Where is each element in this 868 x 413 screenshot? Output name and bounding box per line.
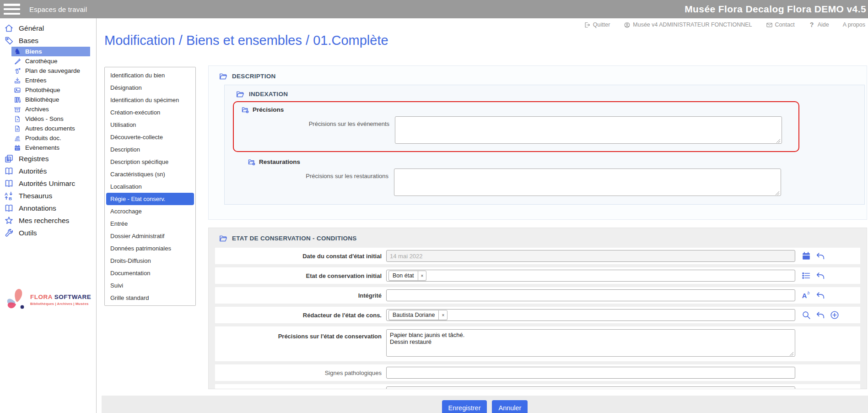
undo-icon[interactable]	[815, 290, 825, 300]
image-icon	[14, 87, 21, 94]
add-circle-icon[interactable]	[830, 310, 840, 320]
sidebar-item-carotheque[interactable]: Carothèque	[11, 56, 90, 66]
signes-row: Signes pathologiques	[215, 364, 860, 381]
utility-link-label: Quitter	[593, 22, 610, 28]
sidebar-item-plan-de-sauvegarde[interactable]: Plan de sauvegarde	[11, 66, 90, 76]
list-picker-icon[interactable]	[801, 271, 811, 281]
search-icon[interactable]	[801, 310, 811, 320]
sidebar-item-evenements[interactable]: Evènements	[11, 143, 90, 152]
book-icon	[4, 166, 14, 176]
form-nav-item-15[interactable]: Données patrimoniales	[105, 242, 195, 255]
sidebar-item-bibliotheque[interactable]: Bibliothèque	[11, 95, 90, 104]
resize-handle-icon[interactable]	[789, 352, 794, 356]
sidebar-item-label: Mes recherches	[19, 217, 69, 225]
brand-tagline: Bibliothèques | Archives | Musées	[30, 302, 91, 306]
undo-icon[interactable]	[815, 251, 825, 261]
sidebar-item-autorites[interactable]: Autorités	[0, 165, 96, 177]
redacteur-field[interactable]: Bautista Doriane ×	[386, 309, 795, 321]
sidebar-item-mes-recherches[interactable]: Mes recherches	[0, 214, 96, 227]
form-nav-item-17[interactable]: Documentation	[105, 267, 195, 279]
brand-name: FLORA SOFTWARE	[30, 293, 91, 300]
sidebar-item-bases[interactable]: Bases	[0, 34, 96, 47]
form-nav-item-14[interactable]: Dossier Administratif	[105, 230, 195, 242]
precisions-etat-textarea[interactable]: Papier blanc jaunis et tâché. Dessin res…	[386, 329, 795, 357]
sidebar-item-entrees[interactable]: Entrées	[11, 76, 90, 85]
form-nav-item-1[interactable]: Identification du bien	[105, 69, 195, 82]
sidebar-item-outils[interactable]: Outils	[0, 227, 96, 239]
conservation-panel: ETAT DE CONSERVATION - CONDITIONS Date d…	[208, 228, 867, 389]
menu-icon[interactable]	[4, 4, 20, 15]
preconisations-row: Préconisations	[215, 384, 860, 389]
sidebar-item-phototheque[interactable]: Photothèque	[11, 85, 90, 95]
form-nav-item-8[interactable]: Description spécifique	[105, 156, 195, 168]
sidebar-item-biens[interactable]: ♞Biens	[11, 47, 90, 56]
form-nav-item-3[interactable]: Identification du spécimen	[105, 94, 195, 106]
form-nav-item-2[interactable]: Désignation	[105, 82, 195, 94]
form-nav-item-9[interactable]: Caractéristiques (sn)	[105, 168, 195, 180]
sidebar-item-produits-doc[interactable]: Produits doc.	[11, 133, 90, 143]
form-nav-item-19[interactable]: Grille standard	[105, 292, 195, 304]
form-nav-item-6[interactable]: Découverte-collecte	[105, 131, 195, 143]
chip-label: Bon état	[389, 271, 418, 280]
svg-text:A: A	[5, 191, 8, 196]
sidebar-item-label: Plan de sauvegarde	[25, 67, 80, 74]
star-icon	[4, 216, 14, 225]
form-nav-item-11[interactable]: Régie - Etat conserv.	[106, 193, 194, 205]
signes-input[interactable]	[386, 367, 795, 379]
calendar-picker-icon[interactable]	[801, 251, 811, 261]
file-video-icon	[14, 115, 21, 123]
preconisations-input[interactable]	[386, 386, 795, 389]
format-text-icon[interactable]: Ab	[801, 290, 811, 300]
sidebar-item-registres[interactable]: Registres	[0, 152, 96, 165]
events-textarea[interactable]	[395, 116, 782, 144]
cancel-button[interactable]: Annuler	[492, 400, 528, 413]
form-nav-item-13[interactable]: Entrée	[105, 217, 195, 230]
save-button[interactable]: Enregistrer	[442, 400, 487, 413]
etat-initial-field[interactable]: Bon état ×	[386, 270, 795, 282]
chip-label: Bautista Doriane	[389, 310, 438, 320]
utility-link-quitter[interactable]: Quitter	[584, 22, 610, 28]
sidebar-item-archives[interactable]: Archives	[11, 104, 90, 114]
sidebar-item-videos-sons[interactable]: Vidéos - Sons	[11, 114, 90, 124]
date-constat-input[interactable]	[386, 250, 795, 262]
precisions-group-header: Précisions	[234, 104, 798, 115]
utility-link-a-propos[interactable]: A propos	[843, 22, 865, 28]
sidebar-item-autorites-unimarc[interactable]: Autorités Unimarc	[0, 177, 96, 190]
sidebar: GénéralBases♞BiensCarothèquePlan de sauv…	[0, 18, 97, 413]
integrite-input[interactable]	[386, 289, 795, 301]
form-nav-item-10[interactable]: Localisation	[105, 180, 195, 193]
resize-handle-icon[interactable]	[776, 139, 781, 143]
form-nav-item-12[interactable]: Accrochage	[105, 205, 195, 217]
sidebar-item-thesaurus[interactable]: ABThesaurus	[0, 190, 96, 202]
chip-remove-icon[interactable]: ×	[418, 271, 426, 280]
sidebar-item-label: Outils	[19, 229, 37, 237]
form-nav-item-16[interactable]: Droits-Diffusion	[105, 255, 195, 267]
mail-icon	[766, 22, 773, 28]
chip-remove-icon[interactable]: ×	[438, 310, 447, 320]
sidebar-item-annotations[interactable]: Annotations	[0, 202, 96, 214]
sidebar-item-general[interactable]: Général	[0, 22, 96, 34]
form-nav-item-5[interactable]: Utilisation	[105, 119, 195, 131]
utility-link-aide[interactable]: ?Aide	[809, 22, 829, 28]
form-nav-item-4[interactable]: Création-exécution	[105, 106, 195, 119]
sidebar-item-label: Evènements	[25, 144, 59, 151]
folder-badge-icon	[248, 158, 255, 166]
utility-link-label: A propos	[843, 22, 865, 28]
sidebar-item-autres-documents[interactable]: Autres documents	[11, 124, 90, 133]
utility-link-user[interactable]: Musée v4 ADMINISTRATEUR FONCTIONNEL	[624, 22, 752, 28]
form-nav-item-18[interactable]: Suivi	[105, 279, 195, 292]
date-constat-label: Date du constat d'état initial	[215, 253, 386, 260]
utility-link-contact[interactable]: Contact	[766, 22, 795, 28]
sidebar-item-label: Bibliothèque	[25, 96, 59, 103]
workspace-label[interactable]: Espaces de travail	[29, 5, 87, 13]
precisions-etat-row: Précisions sur l'état de conservation Pa…	[215, 326, 860, 361]
sidebar-item-label: Produits doc.	[25, 135, 61, 141]
resize-handle-icon[interactable]	[775, 191, 780, 196]
undo-icon[interactable]	[815, 310, 825, 320]
signes-label: Signes pathologiques	[215, 370, 386, 376]
form-nav-item-7[interactable]: Description	[105, 143, 195, 156]
indexation-panel: INDEXATION Précisions Précisions sur les…	[224, 85, 865, 205]
sidebar-item-label: Autorités	[19, 167, 47, 175]
restaurations-textarea[interactable]	[394, 168, 781, 196]
undo-icon[interactable]	[815, 271, 825, 281]
